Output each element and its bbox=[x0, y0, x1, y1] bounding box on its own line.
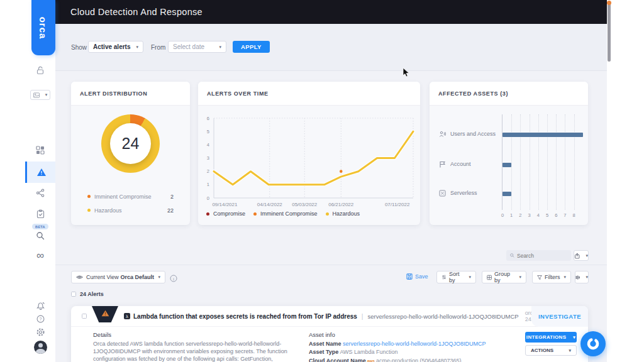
filters-select[interactable]: Filters▾ bbox=[532, 271, 571, 283]
sidebar-item-dashboard[interactable] bbox=[25, 146, 55, 155]
affected-assets-chart: 012345678 bbox=[502, 114, 584, 210]
sidebar-item-attack-paths[interactable] bbox=[25, 189, 55, 197]
y-tick-label: 3 bbox=[207, 155, 209, 161]
legend-item-compromise[interactable]: Compromise bbox=[206, 211, 245, 217]
current-view-select[interactable]: Current View Orca Default ▾ bbox=[71, 271, 165, 283]
user-avatar[interactable] bbox=[25, 341, 55, 354]
severity-badge bbox=[92, 306, 118, 322]
search-input[interactable] bbox=[517, 253, 567, 259]
orca-assistant-fab[interactable] bbox=[580, 331, 606, 356]
card-title: ALERTS OVER TIME bbox=[207, 90, 269, 97]
legend-item-imminent-compromise[interactable]: Imminent Compromise 2 bbox=[87, 192, 174, 200]
sidebar-item-shift-left[interactable]: ∞ bbox=[25, 250, 55, 261]
bar-users-and-access bbox=[502, 133, 583, 137]
sidebar-item-search-beta[interactable] bbox=[25, 231, 55, 240]
aws-icon: aws bbox=[367, 359, 375, 362]
svg-text:λ: λ bbox=[126, 314, 128, 319]
x-tick-label: 09/14/2021 bbox=[212, 202, 238, 207]
legend-item-hazardous[interactable]: Hazardous 22 bbox=[87, 206, 174, 214]
card-title: ALERT DISTRIBUTION bbox=[80, 90, 147, 97]
group-icon bbox=[487, 275, 492, 280]
alert-title: Lambda function that exposes secrets is … bbox=[133, 313, 357, 320]
group-by-select[interactable]: Group by▾ bbox=[482, 271, 526, 283]
x-tick-label: 05/03/2022 bbox=[292, 202, 318, 207]
x-tick-label: 07/11/2022 bbox=[385, 202, 410, 207]
gridline bbox=[574, 114, 575, 210]
chevron-down-icon: ▾ bbox=[136, 45, 138, 50]
details-heading: Details bbox=[93, 331, 314, 338]
asset-info-heading: Asset info bbox=[309, 331, 519, 338]
settings-gear-icon[interactable] bbox=[25, 328, 55, 336]
sidebar-item-alerts[interactable] bbox=[25, 162, 55, 183]
sort-icon bbox=[441, 274, 447, 280]
y-tick-label: 4 bbox=[207, 142, 209, 148]
bar-account bbox=[502, 163, 511, 167]
alert-actions-column: INTEGRATIONS▾ ACTIONS▾ bbox=[525, 332, 577, 356]
chevron-down-icon: ▾ bbox=[586, 253, 588, 258]
card-title: AFFECTED ASSETS (3) bbox=[438, 90, 508, 97]
page-title: Cloud Detection And Response bbox=[70, 7, 203, 17]
x-tick-label: 4 bbox=[537, 212, 540, 218]
integrations-button[interactable]: INTEGRATIONS▾ bbox=[525, 332, 577, 343]
select-all-checkbox[interactable] bbox=[71, 292, 76, 297]
date-select[interactable]: Select date▾ bbox=[168, 41, 226, 53]
y-tick-label: 0 bbox=[207, 195, 209, 201]
x-tick-label: 1 bbox=[510, 212, 513, 218]
chevron-down-icon: ▾ bbox=[45, 92, 48, 97]
asset-name-link[interactable]: serverlessrepo-hello-world-helloworld-1J… bbox=[343, 341, 486, 347]
affected-assets-card: AFFECTED ASSETS (3) Users and Access Acc… bbox=[430, 82, 588, 225]
mouse-cursor bbox=[402, 68, 410, 78]
sidebar-item-compliance[interactable] bbox=[25, 209, 55, 218]
scope-selector[interactable]: ▾ bbox=[25, 90, 55, 100]
unlock-icon[interactable] bbox=[25, 66, 55, 75]
x-tick-label: 06/21/2022 bbox=[328, 202, 354, 207]
apply-button[interactable]: APPLY bbox=[233, 41, 270, 53]
notifications-bell-icon[interactable] bbox=[25, 301, 55, 310]
total-alerts-count: 24 bbox=[122, 134, 140, 153]
divider bbox=[55, 265, 607, 265]
export-icon bbox=[574, 253, 580, 259]
filter-funnel-icon bbox=[537, 275, 542, 280]
info-icon[interactable]: i bbox=[170, 273, 177, 285]
x-tick-label: 3 bbox=[528, 212, 531, 218]
legend-item-hazardous[interactable]: Hazardous bbox=[326, 211, 360, 217]
serverless-icon bbox=[439, 190, 446, 197]
notification-dot bbox=[607, 1, 611, 5]
sort-by-select[interactable]: Sort by▾ bbox=[436, 271, 476, 283]
columns-settings-button[interactable]: ▾ bbox=[575, 271, 589, 283]
filter-bar: Show Active alerts▾ From Select date▾ AP… bbox=[55, 24, 607, 71]
app-window: orca ▾ BETA ∞ ? Cloud Detection And Resp… bbox=[0, 0, 644, 362]
search-input-wrap bbox=[506, 250, 571, 261]
x-tick-label: 04/14/2022 bbox=[257, 202, 283, 207]
main-content: ALERT DISTRIBUTION 24 Imminent Compromis… bbox=[55, 71, 607, 362]
category-users-and-access: Users and Access bbox=[439, 130, 501, 138]
show-select[interactable]: Active alerts▾ bbox=[88, 41, 143, 53]
account-icon bbox=[439, 161, 446, 168]
chevron-down-icon: ▾ bbox=[569, 348, 571, 353]
alert-triangle-icon bbox=[36, 168, 47, 177]
series-hazardous bbox=[214, 131, 413, 185]
alert-checkbox[interactable] bbox=[82, 314, 87, 319]
alert-header: λ Lambda function that exposes secrets i… bbox=[71, 306, 588, 327]
save-view-button[interactable]: Save bbox=[406, 273, 428, 280]
orca-logo[interactable]: orca bbox=[31, 0, 55, 55]
alert-card[interactable]: λ Lambda function that exposes secrets i… bbox=[71, 306, 588, 362]
scrollbar-thumb[interactable] bbox=[608, 3, 611, 62]
actions-button[interactable]: ACTIONS▾ bbox=[525, 345, 577, 356]
gridline bbox=[538, 114, 539, 210]
y-tick-label: 6 bbox=[207, 116, 209, 121]
lambda-icon: λ bbox=[124, 313, 130, 319]
chevron-down-icon: ▾ bbox=[219, 45, 221, 50]
gridline bbox=[530, 114, 530, 210]
export-button[interactable]: ▾ bbox=[574, 250, 589, 261]
eye-icon bbox=[76, 275, 83, 280]
legend-item-imminent-compromise[interactable]: Imminent Compromise bbox=[253, 211, 318, 217]
investigate-button[interactable]: INVESTIGATE bbox=[531, 306, 588, 327]
chevron-down-icon: ▾ bbox=[158, 275, 160, 280]
columns-icon bbox=[575, 275, 580, 280]
x-tick-label: 8 bbox=[573, 212, 575, 218]
help-icon[interactable]: ? bbox=[25, 315, 55, 323]
chart-legend: Compromise Imminent Compromise Hazardous bbox=[206, 211, 360, 217]
chevron-down-icon: ▾ bbox=[519, 275, 521, 280]
alert-distribution-card: ALERT DISTRIBUTION 24 Imminent Compromis… bbox=[71, 82, 190, 225]
